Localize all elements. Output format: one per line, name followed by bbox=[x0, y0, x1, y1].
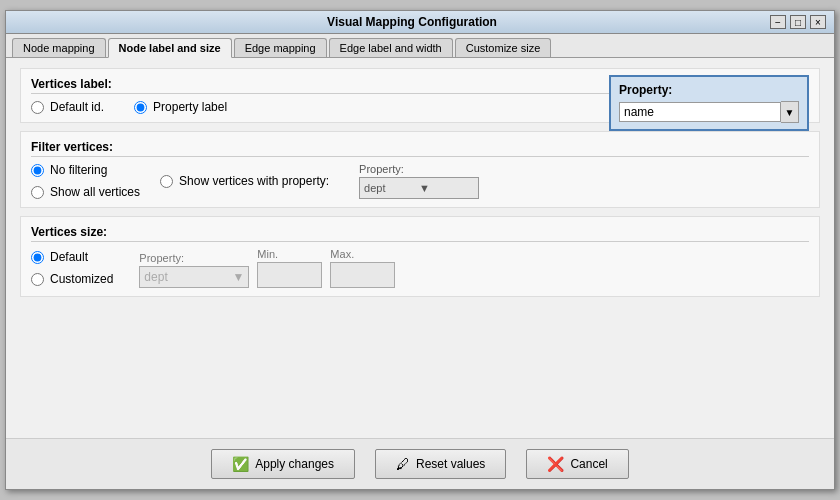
filter-right: Show vertices with property: Property: d… bbox=[160, 163, 479, 199]
size-left: Default Customized bbox=[31, 250, 113, 286]
size-property-arrow: ▼ bbox=[232, 270, 244, 284]
tabs-bar: Node mapping Node label and size Edge ma… bbox=[6, 34, 834, 58]
filter-left: No filtering Show all vertices bbox=[31, 163, 140, 199]
size-props: Property: dept ▼ Min. Max. bbox=[139, 248, 395, 288]
vertices-label-section: Vertices label: Default id. Property lab… bbox=[20, 68, 820, 123]
size-property-value: dept bbox=[144, 270, 232, 284]
size-customized-radio[interactable] bbox=[31, 273, 44, 286]
property-label-text: Property label bbox=[153, 100, 227, 114]
tab-customize[interactable]: Customize size bbox=[455, 38, 552, 57]
reset-icon: 🖊 bbox=[396, 456, 410, 472]
tab-content: Vertices label: Default id. Property lab… bbox=[6, 58, 834, 438]
tab-edge-label[interactable]: Edge label and width bbox=[329, 38, 453, 57]
show-all-radio[interactable] bbox=[31, 186, 44, 199]
footer: ✅ Apply changes 🖊 Reset values ❌ Cancel bbox=[6, 438, 834, 489]
size-max-group: Max. bbox=[330, 248, 395, 288]
filter-vertices-section: Filter vertices: No filtering Show all v… bbox=[20, 131, 820, 208]
size-row: Default Customized Property: dept ▼ bbox=[31, 248, 809, 288]
size-min-group: Min. bbox=[257, 248, 322, 288]
cancel-icon: ❌ bbox=[547, 456, 564, 472]
maximize-button[interactable]: □ bbox=[790, 15, 806, 29]
show-with-property-radio-group: Show vertices with property: bbox=[160, 174, 329, 188]
filter-property-label: Property: bbox=[359, 163, 479, 175]
tab-edge-mapping[interactable]: Edge mapping bbox=[234, 38, 327, 57]
size-max-input bbox=[330, 262, 395, 288]
size-max-label: Max. bbox=[330, 248, 395, 260]
tab-node-label[interactable]: Node label and size bbox=[108, 38, 232, 58]
window-title: Visual Mapping Configuration bbox=[54, 15, 770, 29]
no-filtering-radio[interactable] bbox=[31, 164, 44, 177]
filter-right-row: Show vertices with property: Property: d… bbox=[160, 163, 479, 199]
size-customized-label: Customized bbox=[50, 272, 113, 286]
apply-label: Apply changes bbox=[255, 457, 334, 471]
default-id-radio-group: Default id. bbox=[31, 100, 104, 114]
filter-row: No filtering Show all vertices Show vert… bbox=[31, 163, 809, 199]
filter-vertices-header: Filter vertices: bbox=[31, 140, 809, 157]
reset-values-button[interactable]: 🖊 Reset values bbox=[375, 449, 506, 479]
size-min-input bbox=[257, 262, 322, 288]
size-default-radio[interactable] bbox=[31, 251, 44, 264]
filter-property-select[interactable]: dept ▼ bbox=[359, 177, 479, 199]
show-all-label: Show all vertices bbox=[50, 185, 140, 199]
apply-changes-button[interactable]: ✅ Apply changes bbox=[211, 449, 355, 479]
close-button[interactable]: × bbox=[810, 15, 826, 29]
property-label-radio[interactable] bbox=[134, 101, 147, 114]
filter-property-arrow: ▼ bbox=[419, 182, 474, 194]
show-with-property-label: Show vertices with property: bbox=[179, 174, 329, 188]
show-with-property-radio[interactable] bbox=[160, 175, 173, 188]
property-input[interactable] bbox=[619, 102, 781, 122]
property-box-label: Property: bbox=[619, 83, 799, 97]
tab-node-mapping[interactable]: Node mapping bbox=[12, 38, 106, 57]
size-default-radio-group: Default bbox=[31, 250, 113, 264]
property-dropdown-button[interactable]: ▼ bbox=[781, 101, 799, 123]
size-default-label: Default bbox=[50, 250, 88, 264]
apply-icon: ✅ bbox=[232, 456, 249, 472]
title-buttons: − □ × bbox=[770, 15, 826, 29]
size-property-select: dept ▼ bbox=[139, 266, 249, 288]
vertices-size-header: Vertices size: bbox=[31, 225, 809, 242]
show-all-radio-group: Show all vertices bbox=[31, 185, 140, 199]
no-filtering-label: No filtering bbox=[50, 163, 107, 177]
main-window: Visual Mapping Configuration − □ × Node … bbox=[5, 10, 835, 490]
size-property-label: Property: bbox=[139, 252, 249, 264]
title-bar: Visual Mapping Configuration − □ × bbox=[6, 11, 834, 34]
size-customized-radio-group: Customized bbox=[31, 272, 113, 286]
property-label-radio-group: Property label bbox=[134, 100, 227, 114]
filter-property-group: Property: dept ▼ bbox=[359, 163, 479, 199]
cancel-label: Cancel bbox=[570, 457, 607, 471]
reset-label: Reset values bbox=[416, 457, 485, 471]
default-id-label: Default id. bbox=[50, 100, 104, 114]
vertices-size-section: Vertices size: Default Customized Proper… bbox=[20, 216, 820, 297]
size-property-group: Property: dept ▼ bbox=[139, 252, 249, 288]
filter-property-value: dept bbox=[364, 182, 419, 194]
no-filtering-radio-group: No filtering bbox=[31, 163, 140, 177]
property-input-row: ▼ bbox=[619, 101, 799, 123]
size-min-label: Min. bbox=[257, 248, 322, 260]
minimize-button[interactable]: − bbox=[770, 15, 786, 29]
cancel-button[interactable]: ❌ Cancel bbox=[526, 449, 628, 479]
property-box: Property: ▼ bbox=[609, 75, 809, 131]
default-id-radio[interactable] bbox=[31, 101, 44, 114]
